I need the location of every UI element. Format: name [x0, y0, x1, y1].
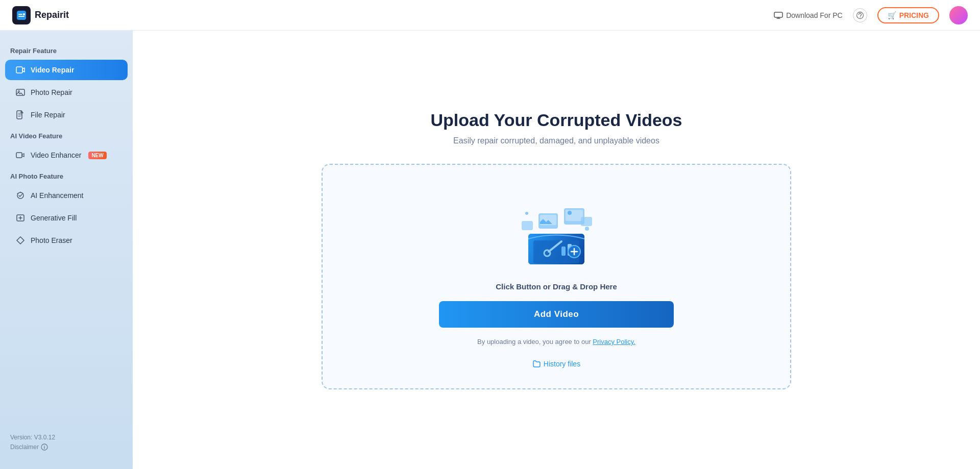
- download-pc-label: Download For PC: [786, 11, 843, 19]
- svg-point-27: [568, 211, 572, 215]
- sidebar: Repair Feature Video Repair Photo Repair: [0, 31, 133, 469]
- version-text: Version: V3.0.12: [10, 432, 122, 443]
- monitor-icon: [774, 12, 783, 19]
- ai-video-feature-label: AI Video Feature: [0, 128, 133, 144]
- privacy-prefix: By uploading a video, you agree to our: [477, 338, 593, 345]
- sidebar-item-label: Video Enhancer: [31, 151, 81, 159]
- svg-rect-28: [522, 221, 533, 230]
- svg-rect-21: [561, 246, 566, 256]
- user-avatar[interactable]: [949, 6, 968, 24]
- logo-text: Repairit: [35, 10, 69, 20]
- svg-point-9: [18, 91, 20, 92]
- video-enhancer-icon: [15, 150, 26, 160]
- sidebar-item-video-enhancer[interactable]: Video Enhancer NEW: [5, 145, 128, 165]
- sidebar-item-label: Photo Repair: [31, 88, 72, 96]
- photo-repair-icon: [15, 87, 26, 97]
- add-video-button[interactable]: Add Video: [439, 301, 674, 328]
- svg-marker-14: [17, 237, 24, 244]
- logo-icon: [12, 6, 31, 24]
- history-files-link[interactable]: History files: [532, 360, 580, 368]
- svg-rect-1: [18, 14, 22, 15]
- ai-enhancement-icon: [15, 190, 26, 201]
- privacy-text: By uploading a video, you agree to our P…: [477, 338, 635, 345]
- logo: Repairit: [12, 6, 69, 24]
- download-pc-button[interactable]: Download For PC: [774, 11, 843, 19]
- info-icon: [41, 443, 48, 451]
- sidebar-item-label: AI Enhancement: [31, 191, 84, 200]
- svg-rect-8: [16, 89, 24, 95]
- sidebar-item-photo-eraser[interactable]: Photo Eraser: [5, 230, 128, 251]
- svg-rect-7: [16, 67, 22, 73]
- sidebar-item-ai-enhancement[interactable]: AI Enhancement: [5, 185, 128, 206]
- privacy-policy-link[interactable]: Privacy Policy.: [593, 338, 635, 345]
- pricing-label: PRICING: [899, 11, 929, 19]
- header: Repairit Download For PC 🛒 PRICING: [0, 0, 980, 31]
- folder-icon: [532, 360, 541, 368]
- pricing-button[interactable]: 🛒 PRICING: [877, 7, 939, 23]
- svg-rect-4: [774, 12, 782, 17]
- upload-hint: Click Button or Drag & Drop Here: [496, 282, 617, 291]
- repair-feature-label: Repair Feature: [0, 43, 133, 59]
- disclaimer-text: Disclaimer: [10, 443, 39, 451]
- sidebar-item-photo-repair[interactable]: Photo Repair: [5, 82, 128, 103]
- sidebar-footer: Version: V3.0.12 Disclaimer: [0, 424, 133, 459]
- page-title: Upload Your Corrupted Videos: [430, 110, 682, 130]
- file-repair-icon: [15, 110, 26, 120]
- sidebar-item-label: Generative Fill: [31, 214, 77, 222]
- sidebar-item-label: Video Repair: [31, 66, 74, 74]
- sidebar-item-label: Photo Eraser: [31, 236, 72, 244]
- generative-fill-icon: [15, 213, 26, 223]
- pricing-cart-icon: 🛒: [888, 11, 896, 19]
- svg-point-31: [525, 212, 528, 215]
- svg-rect-11: [16, 153, 22, 158]
- upload-area[interactable]: Click Button or Drag & Drop Here Add Vid…: [322, 164, 791, 389]
- main-layout: Repair Feature Video Repair Photo Repair: [0, 31, 980, 469]
- new-badge: NEW: [88, 152, 106, 159]
- svg-point-16: [44, 446, 44, 446]
- svg-rect-29: [581, 217, 592, 226]
- help-button[interactable]: [853, 8, 867, 22]
- photo-eraser-icon: [15, 235, 26, 245]
- svg-point-32: [585, 227, 589, 231]
- headset-icon: [856, 11, 864, 19]
- sidebar-item-video-repair[interactable]: Video Repair: [5, 60, 128, 80]
- main-content: Upload Your Corrupted Videos Easily repa…: [133, 31, 980, 469]
- svg-rect-0: [17, 11, 26, 20]
- sidebar-item-generative-fill[interactable]: Generative Fill: [5, 208, 128, 228]
- sidebar-item-file-repair[interactable]: File Repair: [5, 105, 128, 125]
- svg-point-3: [23, 13, 25, 15]
- disclaimer-link[interactable]: Disclaimer: [10, 443, 122, 451]
- page-subtitle: Easily repair corrupted, damaged, and un…: [453, 136, 659, 145]
- history-files-label: History files: [544, 360, 580, 368]
- svg-point-6: [860, 16, 860, 17]
- header-right: Download For PC 🛒 PRICING: [774, 6, 968, 24]
- ai-photo-feature-label: AI Photo Feature: [0, 168, 133, 184]
- video-repair-icon: [15, 65, 26, 75]
- upload-illustration: [510, 190, 602, 272]
- svg-rect-2: [18, 16, 24, 17]
- sidebar-item-label: File Repair: [31, 111, 65, 119]
